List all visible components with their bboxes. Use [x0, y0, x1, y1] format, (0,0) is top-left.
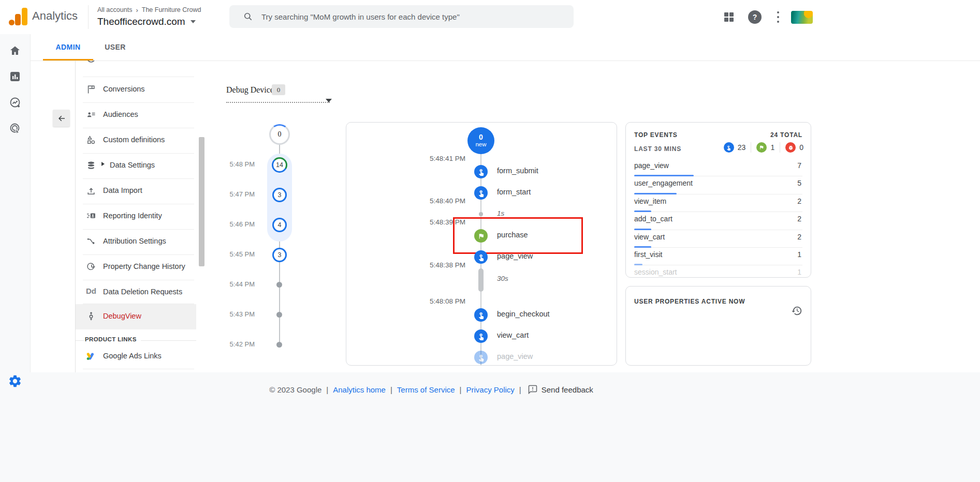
product-links-header: PRODUCT LINKS [84, 336, 141, 342]
top-events-title: TOP EVENTS [634, 131, 678, 139]
seconds-progress-circle[interactable]: 0 [269, 124, 290, 145]
search-bar[interactable] [229, 5, 574, 28]
event-name: first_visit [634, 250, 662, 259]
debug-device-count-badge: 0 [272, 84, 285, 95]
tab-user[interactable]: USER [93, 43, 137, 51]
custom-definitions-icon [86, 135, 96, 145]
top-event-row[interactable]: page_view 7 [634, 159, 802, 176]
flag-icon [86, 84, 96, 95]
sidebar-item-data-deletion-requests[interactable]: Dd Data Deletion Requests [76, 280, 196, 305]
minute-time-label: 5:48 PM [217, 160, 255, 168]
sidebar-item-conversions[interactable]: Conversions [76, 77, 196, 102]
attribution-settings-icon [86, 236, 96, 247]
event-name[interactable]: form_submit [497, 167, 538, 175]
property-selector[interactable]: Theofficecrowd.com [97, 15, 196, 28]
breadcrumb[interactable]: All accounts › The Furniture Crowd [97, 5, 201, 14]
reports-icon[interactable] [9, 70, 21, 83]
minute-circle-547[interactable]: 3 [272, 188, 287, 202]
sidebar-item-data-settings[interactable]: Data Settings [76, 153, 196, 178]
top-event-row[interactable]: add_to_cart 2 [634, 212, 802, 230]
minute-count: 4 [278, 221, 282, 229]
collapse-sidebar-button[interactable] [53, 110, 70, 127]
event-name: view_cart [634, 233, 665, 241]
breadcrumb-account[interactable]: The Furniture Crowd [142, 6, 201, 13]
conversions-count: 1 [770, 143, 774, 152]
sidebar-item-custom-definitions[interactable]: Custom definitions [76, 128, 196, 153]
touch-event-icon[interactable] [474, 308, 488, 322]
home-icon[interactable] [9, 44, 21, 57]
minute-time-label: 5:43 PM [217, 310, 255, 318]
advertising-icon[interactable] [9, 122, 21, 134]
top-events-list: page_view 7 user_engagement 5 view_item … [634, 159, 802, 278]
sidebar-item-data-import[interactable]: Data Import [76, 178, 196, 204]
top-event-row[interactable]: first_visit 1 [634, 248, 802, 265]
event-count: 2 [797, 233, 801, 241]
top-event-row[interactable]: view_cart 2 [634, 230, 802, 248]
partial-menu-item-icon [86, 61, 96, 66]
minute-circle-545[interactable]: 3 [272, 248, 287, 262]
tab-admin[interactable]: ADMIN [43, 43, 93, 51]
minute-dot-542[interactable] [276, 342, 282, 348]
footer-row: © 2023 Google | Analytics home | Terms o… [30, 372, 832, 394]
new-events-count: 0 [479, 133, 483, 141]
kebab-menu-icon[interactable] [777, 11, 779, 23]
top-event-row[interactable]: user_engagement 5 [634, 176, 802, 194]
explore-icon[interactable] [9, 96, 21, 109]
sidebar-scrollbar[interactable] [199, 137, 204, 266]
debug-device-label: Debug Device [226, 85, 274, 95]
event-timestamp: 5:48:08 PM [423, 297, 465, 305]
expand-caret-icon[interactable] [101, 162, 105, 166]
help-icon[interactable]: ? [748, 10, 762, 24]
event-name[interactable]: view_cart [497, 331, 529, 339]
feedback-icon [528, 385, 537, 394]
touch-event-icon[interactable] [474, 250, 488, 264]
touch-event-icon[interactable] [474, 329, 488, 343]
sidebar-item-audiences[interactable]: Audiences [76, 102, 196, 128]
new-events-badge[interactable]: 0 new [467, 127, 494, 154]
logo-dot [9, 20, 14, 25]
sidebar-item-label: Audiences [103, 110, 138, 118]
sidebar-item-reporting-identity[interactable]: Reporting Identity [76, 204, 196, 229]
sidebar-item-property-change-history[interactable]: Property Change History [76, 254, 196, 280]
terms-of-service-link[interactable]: Terms of Service [397, 385, 455, 394]
event-name[interactable]: form_start [497, 188, 531, 196]
property-name[interactable]: Theofficecrowd.com [97, 16, 185, 27]
analytics-logo[interactable] [9, 7, 28, 26]
minute-dot-544[interactable] [276, 282, 282, 288]
touch-event-icon[interactable] [474, 165, 488, 178]
touch-event-icon[interactable] [474, 186, 488, 200]
touch-event-icon[interactable] [474, 351, 488, 364]
minute-circle-546[interactable]: 4 [272, 218, 287, 232]
event-name[interactable]: page_view [497, 252, 533, 260]
minute-time-label: 5:46 PM [217, 220, 255, 228]
audiences-icon [86, 110, 96, 120]
app-header: Analytics All accounts › The Furniture C… [0, 0, 980, 35]
settings-gear-icon[interactable] [8, 374, 22, 388]
event-name[interactable]: begin_checkout [497, 310, 550, 318]
top-event-row[interactable]: view_item 2 [634, 194, 802, 212]
top-events-total: 24 TOTAL [770, 131, 802, 139]
sidebar-item-google-ads-links[interactable]: Google Ads Links [76, 344, 196, 369]
bug-icon [785, 142, 796, 153]
search-input[interactable] [260, 12, 574, 22]
minute-circle-548[interactable]: 14 [272, 157, 287, 173]
apps-grid-icon[interactable] [724, 12, 734, 22]
event-name[interactable]: page_view [497, 352, 533, 360]
history-icon [86, 262, 96, 272]
privacy-policy-link[interactable]: Privacy Policy [466, 385, 514, 394]
event-count: 1 [797, 268, 801, 276]
sidebar-item-debugview[interactable]: DebugView [76, 304, 196, 329]
divider: | [390, 385, 392, 394]
analytics-home-link[interactable]: Analytics home [333, 385, 386, 394]
breadcrumb-root[interactable]: All accounts [97, 6, 132, 13]
minute-dot-543[interactable] [276, 312, 282, 318]
send-feedback-link[interactable]: Send feedback [542, 385, 593, 394]
sidebar-item-attribution-settings[interactable]: Attribution Settings [76, 229, 196, 254]
conversion-flag-icon [756, 142, 767, 153]
sidebar-item-label: Data Settings [110, 161, 155, 169]
device-selector-caret-icon[interactable] [326, 99, 332, 102]
avatar-logo[interactable] [791, 11, 813, 24]
history-icon[interactable] [791, 305, 802, 317]
gap-duration: 30s [497, 275, 508, 282]
top-event-row[interactable]: session_start 1 [634, 265, 802, 278]
